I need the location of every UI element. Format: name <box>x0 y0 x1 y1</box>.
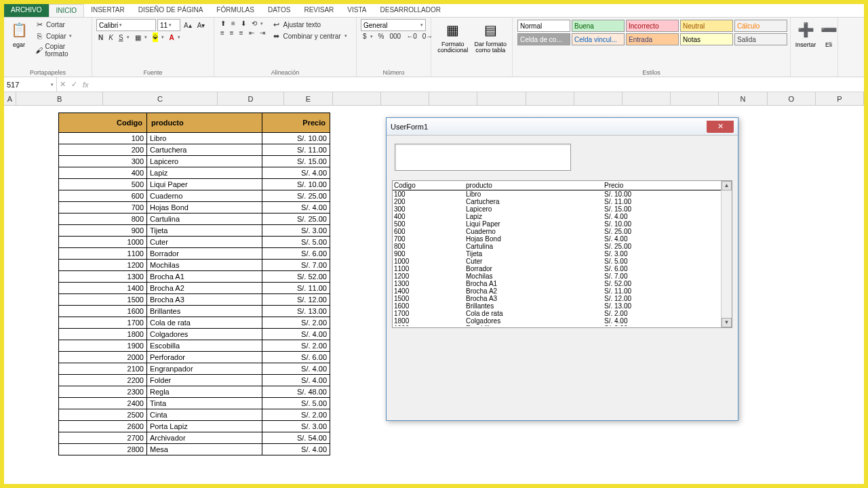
listbox-scrollbar[interactable]: ▲ ▼ <box>721 181 732 327</box>
table-row[interactable]: 1400Brocha A2S/. 11.00 <box>59 283 330 294</box>
table-row[interactable]: 1100BorradorS/. 6.00 <box>59 248 330 260</box>
style-cell[interactable]: Salida <box>734 33 787 45</box>
enter-icon[interactable]: ✓ <box>71 80 77 89</box>
column-header[interactable]: P <box>816 92 864 105</box>
userform-textbox[interactable] <box>395 144 571 171</box>
copy-button[interactable]: ⎘Copiar▾ <box>33 30 87 41</box>
userform-titlebar[interactable]: UserForm1 ✕ <box>387 118 738 136</box>
table-row[interactable]: 1200MochilasS/. 7.00 <box>59 260 330 271</box>
font-name-combo[interactable]: Calibri▾ <box>96 19 156 31</box>
column-header[interactable]: C <box>103 92 217 105</box>
scroll-down-icon[interactable]: ▼ <box>722 318 732 327</box>
listbox-row[interactable]: 1100BorradorS/. 6.00 <box>393 265 732 272</box>
listbox-row[interactable]: 1600BrillantesS/. 13.00 <box>393 302 732 310</box>
column-header[interactable] <box>574 92 623 105</box>
table-row[interactable]: 700Hojas BondS/. 4.00 <box>59 202 330 214</box>
font-color-button[interactable]: A▾ <box>167 33 182 42</box>
column-header[interactable]: O <box>768 92 816 105</box>
listbox-row[interactable]: 900TijetaS/. 3.00 <box>393 250 732 258</box>
column-header[interactable] <box>429 92 477 105</box>
align-center-button[interactable]: ≡ <box>228 28 236 37</box>
table-row[interactable]: 1600BrillantesS/. 13.00 <box>59 306 330 317</box>
tab-inicio[interactable]: INICIO <box>49 4 85 17</box>
listbox-row[interactable]: 1400Brocha A2S/. 11.00 <box>393 287 732 295</box>
listbox-row[interactable]: 1000CuterS/. 5.00 <box>393 258 732 265</box>
indent-dec-button[interactable]: ⇤ <box>247 28 256 37</box>
table-row[interactable]: 500Liqui PaperS/. 10.00 <box>59 179 330 190</box>
format-table-icon[interactable]: ▤ <box>479 19 501 41</box>
table-row[interactable]: 400LapizS/. 4.00 <box>59 167 330 179</box>
fill-color-button[interactable]: ⬙▾ <box>151 32 166 43</box>
tab-diseño de página[interactable]: DISEÑO DE PÁGINA <box>132 4 210 17</box>
table-row[interactable]: 1300Brocha A1S/. 52.00 <box>59 271 330 283</box>
table-row[interactable]: 2500CintaS/. 2.00 <box>59 409 330 421</box>
table-row[interactable]: 600CuadernoS/. 25.00 <box>59 190 330 202</box>
style-cell[interactable]: Celda de co... <box>517 33 570 45</box>
scroll-up-icon[interactable]: ▲ <box>722 181 732 190</box>
style-cell[interactable]: Normal <box>517 20 570 32</box>
listbox-row[interactable]: 500Liqui PaperS/. 10.00 <box>393 220 732 228</box>
tab-vista[interactable]: VISTA <box>340 4 373 17</box>
column-header[interactable] <box>477 92 526 105</box>
orientation-button[interactable]: ⟲▾ <box>250 19 265 28</box>
table-row[interactable]: 800CartulinaS/. 25.00 <box>59 214 330 225</box>
align-left-button[interactable]: ≡ <box>218 28 226 37</box>
align-bottom-button[interactable]: ⬇ <box>239 19 248 28</box>
style-cell[interactable]: Celda vincul... <box>572 33 625 45</box>
align-top-button[interactable]: ⬆ <box>218 19 228 28</box>
table-row[interactable]: 200CartucheraS/. 11.00 <box>59 144 330 156</box>
column-header[interactable]: B <box>16 92 104 105</box>
listbox-row[interactable]: 800CartulinaS/. 25.00 <box>393 243 732 250</box>
listbox-row[interactable]: 1800ColgadoresS/. 4.00 <box>393 317 732 325</box>
listbox-row[interactable]: 100LibroS/. 10.00 <box>393 190 732 198</box>
wrap-text-button[interactable]: ↩Ajustar texto <box>270 19 349 30</box>
table-row[interactable]: 1000CuterS/. 5.00 <box>59 237 330 248</box>
column-header[interactable] <box>671 92 719 105</box>
font-size-combo[interactable]: 11▾ <box>157 19 180 31</box>
listbox-row[interactable]: 1300Brocha A1S/. 52.00 <box>393 280 732 287</box>
listbox-row[interactable]: 600CuadernoS/. 25.00 <box>393 228 732 235</box>
merge-center-button[interactable]: ⬌Combinar y centrar▾ <box>270 30 349 41</box>
inc-decimal-button[interactable]: ←0 <box>404 32 419 41</box>
style-cell[interactable]: Notas <box>680 33 733 45</box>
listbox-row[interactable]: 700Hojas BondS/. 4.00 <box>393 235 732 243</box>
currency-button[interactable]: $▾ <box>361 32 375 41</box>
align-middle-button[interactable]: ≡ <box>229 19 237 28</box>
listbox-row[interactable]: 1500Brocha A3S/. 12.00 <box>393 295 732 302</box>
indent-inc-button[interactable]: ⇥ <box>258 28 267 37</box>
paste-icon[interactable]: 📋 <box>8 19 30 41</box>
fx-icon[interactable]: fx <box>83 81 89 89</box>
table-row[interactable]: 2800MesaS/. 4.00 <box>59 444 330 455</box>
cut-button[interactable]: ✂Cortar <box>33 19 87 30</box>
column-header[interactable] <box>526 92 574 105</box>
grow-font-button[interactable]: A▴ <box>182 21 194 30</box>
close-button[interactable]: ✕ <box>707 121 734 133</box>
table-row[interactable]: 1800ColgadoresS/. 4.00 <box>59 329 330 340</box>
italic-button[interactable]: K <box>106 33 115 42</box>
column-header[interactable]: E <box>284 92 332 105</box>
table-row[interactable]: 2600Porta LapizS/. 3.00 <box>59 421 330 432</box>
listbox-row[interactable]: 400LapizS/. 4.00 <box>393 213 732 220</box>
listbox-row[interactable]: 1700Cola de rataS/. 2.00 <box>393 310 732 317</box>
cell-styles-gallery[interactable]: NormalBuenaIncorrectoNeutralCálculoCelda… <box>517 19 786 46</box>
tab-datos[interactable]: DATOS <box>261 4 298 17</box>
style-cell[interactable]: Cálculo <box>734 20 787 32</box>
delete-cells-icon[interactable]: ➖ <box>818 19 840 41</box>
formula-input[interactable] <box>94 79 861 89</box>
column-header[interactable]: A <box>4 92 16 105</box>
tab-insertar[interactable]: INSERTAR <box>84 4 132 17</box>
column-header[interactable] <box>381 92 429 105</box>
table-row[interactable]: 100LibroS/. 10.00 <box>59 133 330 144</box>
column-header[interactable] <box>333 92 381 105</box>
format-painter-button[interactable]: 🖌Copiar formato <box>33 42 87 58</box>
tab-fórmulas[interactable]: FÓRMULAS <box>210 4 261 17</box>
listbox-row[interactable]: 200CartucheraS/. 11.00 <box>393 198 732 205</box>
tab-revisar[interactable]: REVISAR <box>297 4 340 17</box>
percent-button[interactable]: % <box>376 32 387 41</box>
insert-cells-icon[interactable]: ➕ <box>795 19 816 41</box>
underline-button[interactable]: S▾ <box>117 33 132 42</box>
table-row[interactable]: 2100EngranpadorS/. 4.00 <box>59 363 330 375</box>
cancel-icon[interactable]: ✕ <box>60 80 66 89</box>
column-header[interactable] <box>623 92 671 105</box>
table-row[interactable]: 2200FolderS/. 4.00 <box>59 375 330 386</box>
